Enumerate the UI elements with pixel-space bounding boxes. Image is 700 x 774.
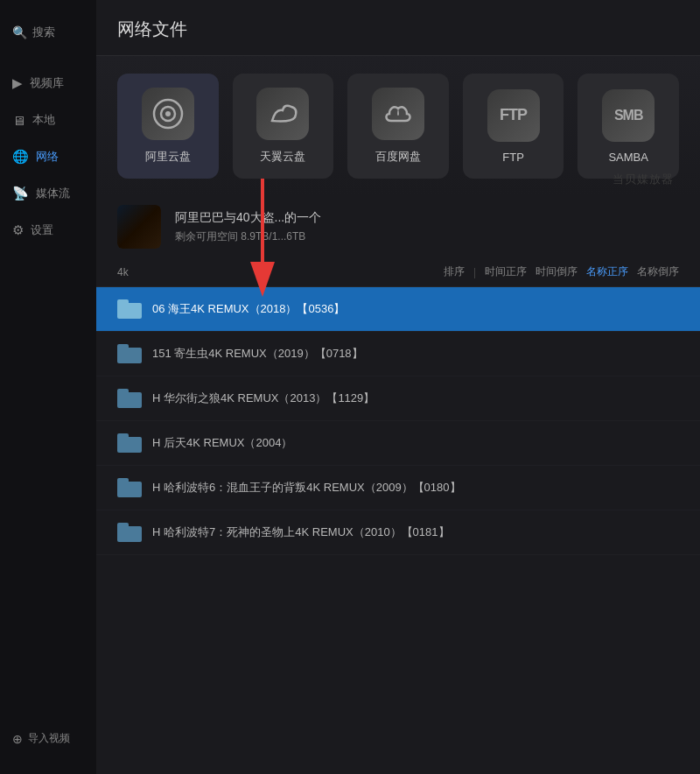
sidebar-item-local[interactable]: 🖥 本地 <box>0 102 96 138</box>
watermark: 当贝媒放器 <box>612 172 674 187</box>
network-icon: 🌐 <box>12 149 29 165</box>
network-icons-list: 阿里云盘 天翼云盘 百度网盘 <box>117 74 679 179</box>
account-arrow-section: 阿里巴巴与40大盗...的一个 剩余可用空间 8.9TB/1...6TB <box>96 196 700 257</box>
sort-time-desc[interactable]: 时间倒序 <box>536 264 578 279</box>
sidebar-item-library[interactable]: ▶ 视频库 <box>0 65 96 102</box>
page-title: 网络文件 <box>96 0 700 56</box>
file-item[interactable]: H 哈利波特7：死神的圣物上4K REMUX（2010）【0181】 <box>96 510 700 555</box>
sidebar-item-network[interactable]: 🌐 网络 <box>0 138 96 175</box>
card-samba[interactable]: SMB SAMBA <box>578 74 679 179</box>
search-bar[interactable]: 🔍 搜索 <box>0 18 96 47</box>
sidebar-item-label: 本地 <box>32 112 55 128</box>
folder-icon <box>117 478 142 497</box>
folder-icon <box>117 299 142 319</box>
resolution-tag: 4k <box>117 266 129 278</box>
file-item[interactable]: 151 寄生虫4K REMUX（2019）【0718】 <box>96 332 700 376</box>
file-name: 06 海王4K REMUX（2018）【0536】 <box>152 301 679 317</box>
sidebar-item-label: 设置 <box>31 222 53 238</box>
folder-icon <box>117 389 142 408</box>
main-content: 网络文件 阿里云盘 天翼云盘 <box>96 0 700 774</box>
search-label: 搜索 <box>32 25 55 40</box>
file-name: H 后天4K REMUX（2004） <box>152 435 679 451</box>
settings-icon: ⚙ <box>12 222 24 238</box>
account-name: 阿里巴巴与40大盗...的一个 <box>175 210 679 226</box>
file-name: H 哈利波特6：混血王子的背叛4K REMUX（2009）【0180】 <box>152 480 679 496</box>
card-baidu[interactable]: 百度网盘 <box>347 74 449 179</box>
folder-icon <box>117 523 142 542</box>
sidebar-item-label: 视频库 <box>30 75 64 91</box>
search-icon: 🔍 <box>12 25 27 39</box>
sidebar-item-label: 网络 <box>36 149 59 165</box>
file-item[interactable]: H 华尔街之狼4K REMUX（2013）【1129】 <box>96 376 700 421</box>
sidebar-item-settings[interactable]: ⚙ 设置 <box>0 212 96 249</box>
sort-bar: 4k 排序 | 时间正序 时间倒序 名称正序 名称倒序 <box>96 257 700 287</box>
baidu-label: 百度网盘 <box>375 149 421 165</box>
card-ftp[interactable]: FTP FTP <box>463 74 564 179</box>
file-item[interactable]: H 哈利波特6：混血王子的背叛4K REMUX（2009）【0180】 <box>96 466 700 510</box>
folder-icon <box>117 433 142 453</box>
tianyi-icon <box>256 88 309 140</box>
import-button[interactable]: ⊕ 导入视频 <box>0 721 96 756</box>
sidebar-item-label: 媒体流 <box>36 186 70 201</box>
network-section: 阿里云盘 天翼云盘 百度网盘 <box>96 56 700 196</box>
account-avatar <box>117 205 161 249</box>
file-name: H 哈利波特7：死神的圣物上4K REMUX（2010）【0181】 <box>152 524 679 540</box>
import-icon: ⊕ <box>12 732 23 746</box>
file-item[interactable]: 06 海王4K REMUX（2018）【0536】 <box>96 287 700 332</box>
aliyun-icon <box>142 88 194 140</box>
local-icon: 🖥 <box>12 113 25 128</box>
library-icon: ▶ <box>12 75 23 91</box>
svg-point-2 <box>165 111 171 116</box>
card-tianyi[interactable]: 天翼云盘 <box>233 74 334 179</box>
file-item[interactable]: H 后天4K REMUX（2004） <box>96 421 700 466</box>
sort-name-desc[interactable]: 名称倒序 <box>637 264 679 279</box>
file-list: 06 海王4K REMUX（2018）【0536】 151 寄生虫4K REMU… <box>96 287 700 774</box>
baidu-icon <box>372 88 424 140</box>
ftp-icon: FTP <box>487 89 540 142</box>
ftp-label: FTP <box>502 151 524 164</box>
samba-icon: SMB <box>602 89 654 142</box>
sort-time-asc[interactable]: 时间正序 <box>485 264 527 279</box>
sidebar-item-stream[interactable]: 📡 媒体流 <box>0 175 96 212</box>
aliyun-label: 阿里云盘 <box>145 149 191 165</box>
file-name: H 华尔街之狼4K REMUX（2013）【1129】 <box>152 391 679 406</box>
sidebar: 🔍 搜索 ▶ 视频库 🖥 本地 🌐 网络 📡 媒体流 ⚙ 设置 ⊕ 导入视频 <box>0 0 96 774</box>
card-aliyun[interactable]: 阿里云盘 <box>117 74 219 179</box>
folder-icon <box>117 344 142 363</box>
account-storage: 剩余可用空间 8.9TB/1...6TB <box>175 229 679 244</box>
tianyi-label: 天翼云盘 <box>260 149 305 165</box>
sort-name-asc[interactable]: 名称正序 <box>586 264 628 279</box>
sort-default[interactable]: 排序 <box>444 264 465 279</box>
sort-divider-1: | <box>473 266 476 278</box>
account-section: 阿里巴巴与40大盗...的一个 剩余可用空间 8.9TB/1...6TB <box>96 196 700 257</box>
import-label: 导入视频 <box>28 731 70 746</box>
stream-icon: 📡 <box>12 186 29 201</box>
account-info: 阿里巴巴与40大盗...的一个 剩余可用空间 8.9TB/1...6TB <box>175 210 679 244</box>
samba-label: SAMBA <box>608 151 648 164</box>
file-name: 151 寄生虫4K REMUX（2019）【0718】 <box>152 346 679 362</box>
